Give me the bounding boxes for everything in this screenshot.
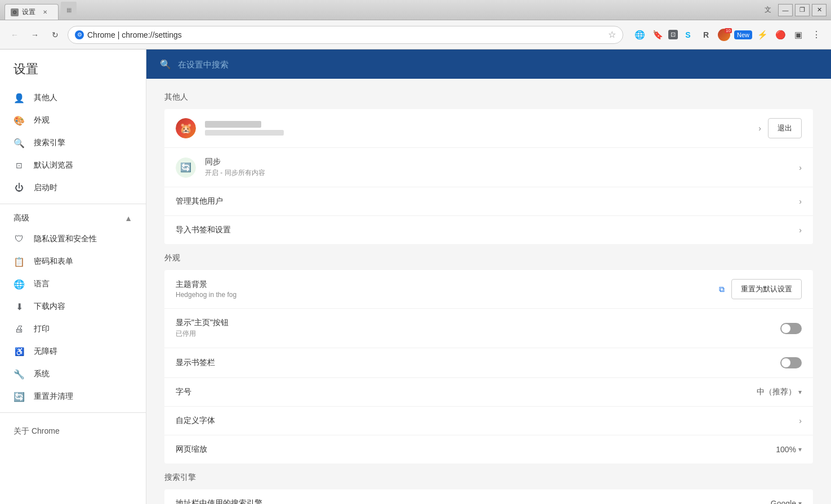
home-button-label: 显示"主页"按钮 <box>176 318 780 328</box>
font-size-dropdown-icon: ▾ <box>798 388 802 396</box>
search-icon: 🔍 <box>160 59 171 70</box>
print-icon: 🖨 <box>14 323 25 335</box>
sidebar-label-print: 打印 <box>34 324 50 334</box>
sidebar-label-downloads: 下载内容 <box>34 302 65 312</box>
advanced-label: 高级 <box>14 213 124 223</box>
refresh-button[interactable]: ↻ <box>47 27 63 43</box>
tab-close-button[interactable]: ✕ <box>41 8 49 16</box>
extension-square-icon[interactable]: ▣ <box>790 27 806 43</box>
external-link-icon[interactable]: ⧉ <box>719 285 725 294</box>
bookmark-star-icon[interactable]: ☆ <box>608 29 616 40</box>
address-bar[interactable]: ⚙ Chrome | chrome://settings ☆ <box>68 26 623 44</box>
profile-info <box>205 121 758 136</box>
profile-avatar: 🐹 <box>176 118 196 138</box>
language-icon: 🌐 <box>14 278 25 290</box>
sidebar-label-accessibility: 无障碍 <box>34 346 57 357</box>
people-icon: 👤 <box>14 92 25 104</box>
home-button-toggle[interactable] <box>780 323 802 334</box>
translate-icon[interactable]: 文 <box>760 4 776 16</box>
about-chrome-link[interactable]: 关于 Chrome <box>0 417 146 446</box>
exit-button[interactable]: 退出 <box>768 118 802 138</box>
sync-icon: 🔄 <box>176 158 196 178</box>
appearance-card: 主题背景 Hedgehog in the fog ⧉ 重置为默认设置 显示"主页… <box>164 270 813 464</box>
profile-chevron-icon: › <box>758 124 761 133</box>
search-engine-card: 地址栏中使用的搜索引擎 Google ▾ <box>164 489 813 504</box>
sidebar-item-default-browser[interactable]: ⊡ 默认浏览器 <box>0 154 146 177</box>
sidebar-item-passwords[interactable]: 📋 密码和表单 <box>0 250 146 273</box>
import-label: 导入书签和设置 <box>176 225 799 235</box>
section-title-people: 其他人 <box>164 92 813 102</box>
sidebar-item-search[interactable]: 🔍 搜索引擎 <box>0 132 146 154</box>
sidebar-label-privacy: 隐私设置和安全性 <box>34 234 97 244</box>
sidebar-item-accessibility[interactable]: ♿ 无障碍 <box>0 340 146 363</box>
sidebar-item-reset[interactable]: 🔄 重置并清理 <box>0 385 146 408</box>
new-badge-icon[interactable]: New <box>734 30 752 39</box>
content-area: 🔍 其他人 🐹 <box>146 50 831 504</box>
tab-title: 设置 <box>22 7 35 17</box>
close-button[interactable]: ✕ <box>812 4 826 16</box>
custom-fonts-label: 自定义字体 <box>176 416 799 426</box>
downloads-icon: ⬇ <box>14 301 25 312</box>
search-engine-icon: 🔍 <box>14 137 25 148</box>
tab-thumbnail: ▦ <box>61 2 77 17</box>
import-row[interactable]: 导入书签和设置 › <box>164 216 813 244</box>
sidebar-label-reset: 重置并清理 <box>34 392 73 402</box>
active-tab[interactable]: ⚙ 设置 ✕ <box>5 4 59 20</box>
sidebar-item-appearance[interactable]: 🎨 外观 <box>0 109 146 132</box>
profile-row[interactable]: 🐹 › 退出 <box>164 109 813 148</box>
sidebar-label-people: 其他人 <box>34 93 57 103</box>
sidebar-item-downloads[interactable]: ⬇ 下载内容 <box>0 295 146 318</box>
home-button-row[interactable]: 显示"主页"按钮 已停用 <box>164 309 813 348</box>
sidebar-label-language: 语言 <box>34 279 50 289</box>
sync-action: › <box>799 163 802 172</box>
extension-red-icon[interactable]: 🔴 <box>772 27 788 43</box>
sidebar-item-language[interactable]: 🌐 语言 <box>0 273 146 295</box>
tab-favicon: ⚙ <box>11 8 19 16</box>
sidebar-item-people[interactable]: 👤 其他人 <box>0 87 146 109</box>
skype-icon[interactable]: S <box>680 27 696 43</box>
theme-info: 主题背景 Hedgehog in the fog <box>176 280 719 299</box>
reset-icon: 🔄 <box>14 391 25 402</box>
passwords-icon: 📋 <box>14 256 25 267</box>
sidebar-item-startup[interactable]: ⏻ 启动时 <box>0 177 146 199</box>
advanced-section-header[interactable]: 高级 ▲ <box>0 209 146 228</box>
search-engine-value: Google <box>771 499 796 504</box>
account-email-blur <box>205 130 284 136</box>
bookmarks-bar-toggle[interactable] <box>780 357 802 368</box>
import-chevron-icon: › <box>799 226 802 235</box>
sync-row[interactable]: 🔄 同步 开启 - 同步所有内容 › <box>164 148 813 187</box>
pocket-icon[interactable]: 🔖 <box>650 27 666 43</box>
sidebar-item-system[interactable]: 🔧 系统 <box>0 363 146 385</box>
user-avatar-icon[interactable]: 10 <box>716 27 732 43</box>
page-zoom-label: 网页缩放 <box>176 444 776 454</box>
readwise-icon[interactable]: R <box>698 27 714 43</box>
startup-icon: ⏻ <box>14 182 25 194</box>
manage-users-row[interactable]: 管理其他用户 › <box>164 187 813 216</box>
settings-search-bar: 🔍 <box>146 50 831 79</box>
page-zoom-row[interactable]: 网页缩放 100% ▾ <box>164 435 813 464</box>
bookmarks-bar-row[interactable]: 显示书签栏 <box>164 348 813 378</box>
sidebar-label-passwords: 密码和表单 <box>34 256 73 267</box>
sidebar: 设置 👤 其他人 🎨 外观 🔍 搜索引擎 ⊡ 默认浏览器 ⏻ 启动时 <box>0 50 146 504</box>
reset-theme-button[interactable]: 重置为默认设置 <box>731 279 802 299</box>
font-size-row[interactable]: 字号 中（推荐） ▾ <box>164 378 813 407</box>
font-size-value: 中（推荐） <box>757 387 796 397</box>
sidebar-item-privacy[interactable]: 🛡 隐私设置和安全性 <box>0 228 146 250</box>
menu-button[interactable]: ⋮ <box>808 27 824 43</box>
custom-fonts-row[interactable]: 自定义字体 › <box>164 407 813 435</box>
reader-icon[interactable]: ⊡ <box>668 30 678 39</box>
back-button[interactable]: ← <box>7 27 23 43</box>
sidebar-item-print[interactable]: 🖨 打印 <box>0 318 146 340</box>
forward-button[interactable]: → <box>27 27 43 43</box>
restore-button[interactable]: ❐ <box>795 4 810 16</box>
search-engine-row[interactable]: 地址栏中使用的搜索引擎 Google ▾ <box>164 489 813 504</box>
minimize-button[interactable]: — <box>778 4 793 16</box>
search-input[interactable] <box>178 60 817 69</box>
sidebar-label-default-browser: 默认浏览器 <box>34 160 73 170</box>
sync-title: 同步 <box>205 157 799 167</box>
extension-icon-1[interactable]: 🌐 <box>632 27 648 43</box>
theme-row: 主题背景 Hedgehog in the fog ⧉ 重置为默认设置 <box>164 270 813 309</box>
privacy-icon: 🛡 <box>14 233 25 245</box>
sidebar-label-system: 系统 <box>34 369 50 379</box>
extension-blue-icon[interactable]: ⚡ <box>754 27 770 43</box>
